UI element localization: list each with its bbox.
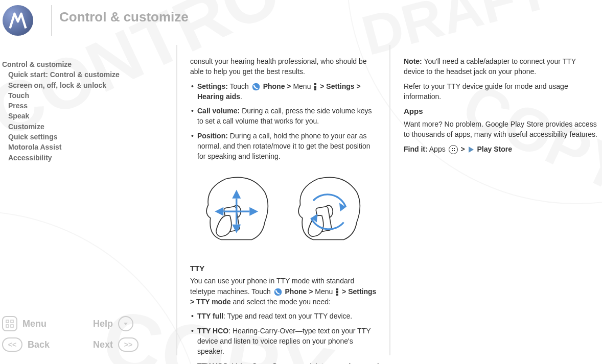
- svg-rect-0: [6, 320, 9, 323]
- tty-hco-bullet: TTY HCO: Hearing-Carry-Over—type text on…: [190, 326, 379, 357]
- svg-point-18: [274, 288, 282, 296]
- toc-item-accessibility[interactable]: Accessibility: [2, 153, 160, 163]
- menu-dots-icon: [314, 83, 316, 90]
- header-divider: [51, 5, 52, 36]
- menu-label[interactable]: Menu: [22, 319, 47, 329]
- callvolume-bullet: Call volume: During a call, press the si…: [190, 106, 379, 127]
- toc-item-press[interactable]: Press: [2, 101, 160, 111]
- svg-point-5: [252, 83, 260, 91]
- content-column-1: consult your hearing health professional…: [190, 56, 379, 364]
- svg-rect-2: [6, 325, 9, 327]
- motorola-logo: [3, 5, 33, 36]
- toc-item-customize[interactable]: Customize: [2, 122, 160, 132]
- back-label[interactable]: Back: [28, 339, 50, 350]
- toc: Control & customize Quick start: Control…: [2, 59, 160, 163]
- toc-heading[interactable]: Control & customize: [2, 59, 160, 69]
- next-label[interactable]: Next: [93, 339, 113, 350]
- help-label[interactable]: Help: [93, 319, 113, 329]
- toc-item-assist[interactable]: Motorola Assist: [2, 142, 160, 152]
- toc-item-screen[interactable]: Screen on, off, lock & unlock: [2, 80, 160, 90]
- help-icon[interactable]: [118, 316, 133, 331]
- callvolume-label: Call volume:: [197, 107, 240, 115]
- toc-item-speak[interactable]: Speak: [2, 111, 160, 121]
- phone-position-illustration: [190, 166, 379, 258]
- tty-vco-bullet: TTY VCO: Voice-Carry-Over—speak into you…: [190, 361, 379, 365]
- findit-paragraph: Find it: Apps > Play Store: [404, 144, 598, 154]
- apps-text: Want more? No problem. Google Play Store…: [404, 119, 598, 140]
- svg-rect-3: [11, 325, 13, 327]
- intro-text: consult your hearing health professional…: [190, 56, 379, 77]
- toc-item-quicksettings[interactable]: Quick settings: [2, 132, 160, 142]
- position-label: Position:: [197, 132, 228, 140]
- position-bullet: Position: During a call, hold the phone …: [190, 131, 379, 162]
- apps-heading: Apps: [404, 106, 598, 117]
- next-icon[interactable]: >>: [118, 337, 138, 352]
- bottom-nav: Menu Help << Back Next >>: [2, 313, 160, 355]
- settings-bullet: Settings: Touch Phone > Menu > Settings …: [190, 81, 379, 102]
- note-paragraph: Note: You'll need a cable/adapter to con…: [404, 56, 598, 77]
- phone-icon: [252, 83, 260, 91]
- toc-item-touch[interactable]: Touch: [2, 90, 160, 101]
- motorola-m-icon: [7, 9, 29, 32]
- apps-icon: [449, 145, 458, 154]
- phone-icon: [274, 288, 282, 296]
- refer-text: Refer to your TTY device guide for mode …: [404, 81, 598, 102]
- head-illustration-right: [287, 166, 374, 253]
- svg-rect-1: [11, 320, 13, 323]
- phone-label: Phone: [263, 82, 285, 90]
- play-store-icon: [469, 147, 474, 153]
- content-column-2: Note: You'll need a cable/adapter to con…: [404, 56, 598, 158]
- column-divider-1: [176, 45, 177, 355]
- menu-icon[interactable]: [2, 316, 17, 331]
- page-title: Control & customize: [59, 9, 189, 25]
- toc-item-quickstart[interactable]: Quick start: Control & customize: [2, 69, 160, 80]
- column-divider-2: [389, 45, 390, 355]
- tty-heading: TTY: [190, 263, 379, 274]
- tty-full-bullet: TTY full: Type and read text on your TTY…: [190, 311, 379, 321]
- head-illustration-left: [195, 166, 282, 253]
- settings-label: Settings:: [197, 82, 228, 90]
- back-icon[interactable]: <<: [2, 337, 22, 352]
- tty-intro: You can use your phone in TTY mode with …: [190, 276, 379, 307]
- menu-dots-icon: [336, 288, 338, 296]
- svg-marker-4: [124, 323, 128, 325]
